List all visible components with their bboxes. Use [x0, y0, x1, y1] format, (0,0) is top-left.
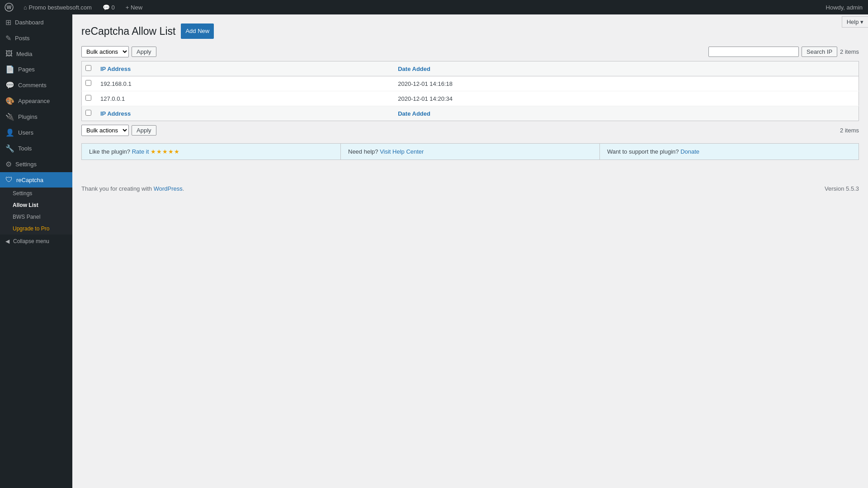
main-content: reCaptcha Allow List Add New Bulk action…	[72, 14, 868, 488]
footer-version: Version 5.5.3	[825, 185, 859, 192]
table-row: 127.0.0.1 2020-12-01 14:20:34	[82, 91, 859, 106]
bulk-actions-select-bottom[interactable]: Bulk actions	[81, 125, 129, 136]
sidebar-item-label: Dashboard	[15, 19, 44, 26]
sidebar-item-recaptcha[interactable]: 🛡 reCaptcha	[0, 172, 72, 188]
date-added-cell: 2020-12-01 14:16:18	[392, 76, 859, 91]
sidebar-item-label: reCaptcha	[16, 177, 43, 183]
sidebar-item-pages[interactable]: 📄 Pages	[0, 61, 72, 77]
visit-help-center-link[interactable]: Visit Help Center	[380, 148, 424, 155]
settings-icon: ⚙	[5, 160, 12, 169]
select-all-th-foot	[82, 106, 95, 121]
dashboard-icon: ⊞	[5, 18, 11, 27]
items-count-top: 2 items	[840, 48, 859, 55]
ip-address-header[interactable]: IP Address	[95, 61, 392, 76]
page-title-area: reCaptcha Allow List Add New	[81, 23, 859, 39]
date-added-header[interactable]: Date Added	[392, 61, 859, 76]
tools-icon: 🔧	[5, 144, 14, 153]
sidebar-item-label: Users	[18, 129, 33, 136]
submenu-item-allow-list[interactable]: Allow List	[0, 199, 72, 211]
posts-icon: ✎	[5, 34, 11, 42]
rate-it-link[interactable]: Rate it	[132, 148, 149, 155]
row-checkbox[interactable]	[85, 80, 91, 86]
sidebar-item-label: Media	[16, 51, 32, 57]
page-footer: Thank you for creating with WordPress. V…	[72, 178, 868, 199]
collapse-icon: ◀	[5, 238, 9, 244]
ip-table: IP Address Date Added 192.168.0.1 2020-1…	[81, 61, 859, 121]
items-count-bottom: 2 items	[840, 127, 859, 134]
submenu-item-upgrade[interactable]: Upgrade to Pro	[0, 223, 72, 235]
sidebar-item-media[interactable]: 🖼 Media	[0, 46, 72, 61]
sidebar-item-label: Posts	[15, 35, 30, 42]
sidebar-item-tools[interactable]: 🔧 Tools	[0, 141, 72, 156]
tablenav-bottom: Bulk actions Apply 2 items	[81, 125, 859, 136]
search-ip-input[interactable]	[708, 47, 799, 57]
sidebar-item-posts[interactable]: ✎ Posts	[0, 30, 72, 46]
comments-icon: 💬	[5, 81, 14, 89]
admin-bar: W ⌂ Promo bestwebsoft.com 💬 0 + New Howd…	[0, 0, 868, 14]
select-all-checkbox-bottom[interactable]	[85, 110, 91, 116]
date-added-footer[interactable]: Date Added	[392, 106, 859, 121]
footer-bar-donate: Want to support the plugin? Donate	[600, 144, 859, 160]
wp-logo[interactable]: W	[0, 0, 18, 14]
apply-button-bottom[interactable]: Apply	[132, 125, 156, 136]
apply-button-top[interactable]: Apply	[132, 47, 156, 57]
collapse-menu-button[interactable]: ◀ Collapse menu	[0, 235, 72, 248]
wordpress-link[interactable]: WordPress	[154, 185, 183, 192]
appearance-icon: 🎨	[5, 97, 14, 105]
ip-address-cell: 127.0.0.1	[95, 91, 392, 106]
sidebar-item-label: Tools	[18, 145, 32, 152]
comments-bar-item[interactable]: 💬 0	[97, 0, 120, 14]
plugins-icon: 🔌	[5, 113, 14, 121]
footer-bar-help: Need help? Visit Help Center	[341, 144, 600, 160]
select-all-th	[82, 61, 95, 76]
sidebar-item-label: Comments	[18, 82, 47, 89]
sidebar-item-appearance[interactable]: 🎨 Appearance	[0, 93, 72, 109]
sidebar-item-users[interactable]: 👤 Users	[0, 125, 72, 141]
footer-bar: Like the plugin? Rate it ★★★★★ Need help…	[81, 143, 859, 160]
plus-icon: +	[126, 4, 129, 11]
page-title: reCaptcha Allow List	[81, 25, 175, 38]
sidebar-item-label: Settings	[15, 161, 37, 168]
ip-address-cell: 192.168.0.1	[95, 76, 392, 91]
row-checkbox-cell	[82, 91, 95, 106]
sidebar-item-settings[interactable]: ⚙ Settings	[0, 156, 72, 172]
pages-icon: 📄	[5, 65, 14, 74]
table-body: 192.168.0.1 2020-12-01 14:16:18 127.0.0.…	[82, 76, 859, 106]
sidebar-item-label: Pages	[18, 66, 35, 73]
users-icon: 👤	[5, 128, 14, 137]
help-button[interactable]: Help ▾	[842, 16, 868, 28]
footer-left: Thank you for creating with WordPress.	[81, 185, 184, 192]
submenu-item-bws-panel[interactable]: BWS Panel	[0, 211, 72, 223]
tablenav-top: Bulk actions Apply Search IP 2 items	[81, 46, 859, 57]
sidebar-item-dashboard[interactable]: ⊞ Dashboard	[0, 14, 72, 30]
svg-text:W: W	[7, 5, 12, 10]
search-ip-button[interactable]: Search IP	[802, 47, 837, 57]
ip-address-footer[interactable]: IP Address	[95, 106, 392, 121]
recaptcha-icon: 🛡	[5, 176, 13, 184]
stars: ★★★★★	[151, 148, 180, 155]
sidebar: ⊞ Dashboard ✎ Posts 🖼 Media 📄 Pages 💬 Co…	[0, 14, 72, 488]
sidebar-item-plugins[interactable]: 🔌 Plugins	[0, 109, 72, 125]
comments-icon: 💬	[103, 4, 110, 11]
sidebar-item-label: Plugins	[18, 113, 38, 120]
row-checkbox[interactable]	[85, 95, 91, 101]
howdy-user[interactable]: Howdy, admin	[821, 0, 868, 14]
site-name[interactable]: ⌂ Promo bestwebsoft.com	[18, 0, 97, 14]
table-row: 192.168.0.1 2020-12-01 14:16:18	[82, 76, 859, 91]
submenu-item-settings[interactable]: Settings	[0, 188, 72, 199]
row-checkbox-cell	[82, 76, 95, 91]
sidebar-item-label: Appearance	[18, 98, 50, 104]
home-icon: ⌂	[24, 4, 27, 11]
add-new-button[interactable]: Add New	[181, 23, 214, 39]
new-content-bar-item[interactable]: + New	[120, 0, 148, 14]
select-all-checkbox-top[interactable]	[85, 65, 91, 71]
footer-bar-rate: Like the plugin? Rate it ★★★★★	[82, 144, 341, 160]
media-icon: 🖼	[5, 50, 13, 58]
donate-link[interactable]: Donate	[680, 148, 699, 155]
date-added-cell: 2020-12-01 14:20:34	[392, 91, 859, 106]
bulk-actions-select-top[interactable]: Bulk actions	[81, 46, 129, 57]
sidebar-item-comments[interactable]: 💬 Comments	[0, 77, 72, 93]
